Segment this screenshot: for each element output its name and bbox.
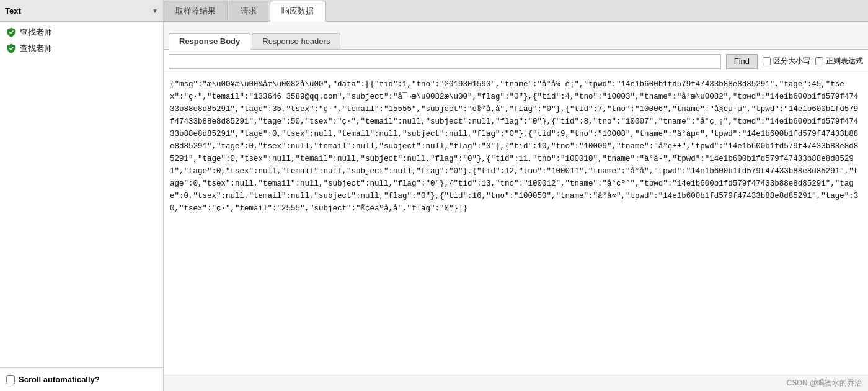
regex-group: 正则表达式 bbox=[815, 56, 863, 66]
find-button[interactable]: Find bbox=[726, 54, 758, 69]
left-header: Text ▼ bbox=[0, 0, 163, 22]
case-sensitive-checkbox[interactable] bbox=[763, 57, 771, 65]
scroll-label: Scroll automatically? bbox=[19, 375, 100, 384]
scroll-checkbox[interactable] bbox=[6, 375, 15, 384]
list-item-label: 查找老师 bbox=[20, 27, 52, 38]
left-list: 查找老师 查找老师 bbox=[0, 22, 163, 367]
case-sensitive-label: 区分大小写 bbox=[773, 56, 810, 66]
right-panel: 取样器结果请求响应数据 Response BodyResponse header… bbox=[164, 0, 868, 391]
response-body-content: {"msg":"æ\u00¥æ\u00¾åæ\u0082å\u00","data… bbox=[164, 73, 868, 375]
regex-checkbox[interactable] bbox=[815, 57, 823, 65]
sub-tabs: Response BodyResponse headers bbox=[164, 22, 868, 50]
list-item-label: 查找老师 bbox=[20, 43, 52, 54]
search-input[interactable] bbox=[169, 54, 721, 69]
list-item[interactable]: 查找老师 bbox=[0, 40, 163, 56]
left-panel: Text ▼ 查找老师 查找老师 Scroll automatically? bbox=[0, 0, 164, 391]
shield-icon bbox=[6, 27, 16, 37]
top-tab-0[interactable]: 取样器结果 bbox=[164, 1, 228, 21]
shield-icon bbox=[6, 43, 16, 53]
search-bar: Find 区分大小写 正则表达式 bbox=[164, 50, 868, 73]
regex-label: 正则表达式 bbox=[826, 56, 863, 66]
watermark: CSDN @喝蜜水的乔治 bbox=[164, 375, 868, 391]
left-panel-title: Text bbox=[5, 6, 21, 16]
sub-tab-0[interactable]: Response Body bbox=[169, 33, 250, 50]
left-footer: Scroll automatically? bbox=[0, 367, 163, 391]
dropdown-arrow-icon[interactable]: ▼ bbox=[152, 7, 158, 14]
top-tab-2[interactable]: 响应数据 bbox=[270, 1, 326, 22]
list-item[interactable]: 查找老师 bbox=[0, 24, 163, 40]
sub-tab-1[interactable]: Response headers bbox=[252, 33, 340, 49]
top-tab-1[interactable]: 请求 bbox=[229, 1, 268, 21]
case-sensitive-group: 区分大小写 bbox=[763, 56, 810, 66]
top-tabs: 取样器结果请求响应数据 bbox=[164, 0, 868, 22]
